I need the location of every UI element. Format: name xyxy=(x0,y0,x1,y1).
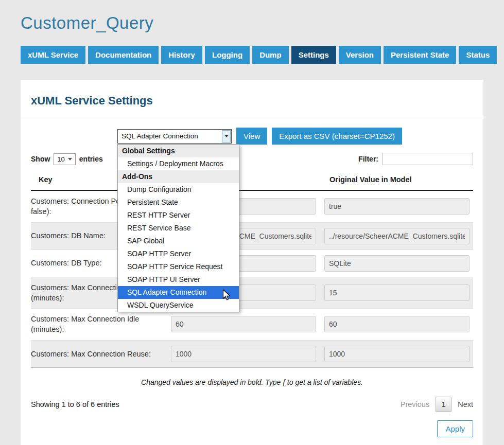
tab-settings[interactable]: Settings xyxy=(291,46,336,64)
page-size-value: 10 xyxy=(57,155,64,163)
filter-label: Filter: xyxy=(358,155,378,163)
settings-category-combo-wrap: SQL Adapter Connection Global Settings S… xyxy=(117,129,232,144)
column-header-original-value: Original Value in Model xyxy=(324,170,473,190)
table-header-row: Key Value Original Value in Model xyxy=(31,170,473,190)
page-length-control: Show 10 entries xyxy=(31,153,103,165)
setting-value-input[interactable] xyxy=(171,346,316,362)
tab-dump[interactable]: Dump xyxy=(252,46,289,64)
tab-persistent-state[interactable]: Persistent State xyxy=(384,46,456,64)
tab-history[interactable]: History xyxy=(161,46,202,64)
dropdown-item-soap-http-ui-server[interactable]: SOAP HTTP UI Server xyxy=(118,273,239,286)
settings-table: Key Value Original Value in Model Custom… xyxy=(31,170,473,368)
chevron-down-icon xyxy=(68,158,72,161)
settings-panel: xUML Service Settings SQL Adapter Connec… xyxy=(21,80,483,445)
mouse-cursor xyxy=(222,289,232,304)
tab-xuml-service[interactable]: xUML Service xyxy=(21,46,85,64)
apply-button[interactable]: Apply xyxy=(437,420,473,437)
previous-page-button[interactable]: Previous xyxy=(401,400,429,408)
tab-status[interactable]: Status xyxy=(459,46,497,64)
table-footer: Showing 1 to 6 of 6 entries Previous 1 N… xyxy=(31,397,473,412)
export-csv-button[interactable]: Export as CSV (charset=CP1252) xyxy=(272,128,402,145)
setting-original-input xyxy=(324,284,470,301)
dropdown-group-global-settings: Global Settings xyxy=(118,145,239,157)
tab-logging[interactable]: Logging xyxy=(205,46,250,64)
dropdown-item-sap-global[interactable]: SAP Global xyxy=(118,235,239,247)
filter-input[interactable] xyxy=(383,153,473,165)
setting-value-input[interactable] xyxy=(171,316,316,332)
settings-controls: SQL Adapter Connection Global Settings S… xyxy=(117,128,473,145)
table-row: Customers: Connection Pooling (true/​fal… xyxy=(31,190,473,222)
list-controls: Show 10 entries Filter: xyxy=(31,153,473,165)
setting-original-input xyxy=(324,316,470,332)
show-label: Show xyxy=(31,155,50,163)
page-title: Customer_Query xyxy=(21,13,483,33)
tab-bar: xUML Service Documentation History Loggi… xyxy=(21,46,483,64)
filter-control: Filter: xyxy=(358,153,473,165)
table-row: Customers: Max Connection Age (minutes): xyxy=(31,277,473,309)
setting-key: Customers: Max Connection Reuse: xyxy=(31,340,169,367)
settings-category-select[interactable]: SQL Adapter Connection xyxy=(117,129,232,144)
tab-documentation[interactable]: Documentation xyxy=(88,46,159,64)
pagination: Previous 1 Next xyxy=(401,397,473,412)
page: Customer_Query xUML Service Documentatio… xyxy=(0,0,504,445)
dropdown-item-sql-adapter-connection[interactable]: SQL Adapter Connection xyxy=(118,286,239,299)
dropdown-item-dump-configuration[interactable]: Dump Configuration xyxy=(118,183,239,196)
setting-original-input xyxy=(324,255,470,272)
changed-values-note: Changed values are displayed in bold. Ty… xyxy=(31,378,473,386)
view-button[interactable]: View xyxy=(236,128,267,145)
dropdown-item-rest-service-base[interactable]: REST Service Base xyxy=(118,222,239,235)
setting-key: Customers: Max Connection Idle (minutes)… xyxy=(31,309,169,341)
entries-info: Showing 1 to 6 of 6 entries xyxy=(31,400,119,408)
page-size-select[interactable]: 10 xyxy=(54,153,75,165)
dropdown-item-settings-deployment-macros[interactable]: Settings / Deployment Macros xyxy=(118,157,239,170)
dropdown-item-wsdl-queryservice[interactable]: WSDL QueryService xyxy=(118,299,239,312)
divider xyxy=(21,117,483,117)
panel-heading: xUML Service Settings xyxy=(31,91,473,117)
table-row: Customers: DB Type: xyxy=(31,250,473,277)
dropdown-group-add-ons: Add-Ons xyxy=(118,170,239,183)
table-row: Customers: Max Connection Reuse: xyxy=(31,340,473,367)
settings-category-value: SQL Adapter Connection xyxy=(121,132,198,140)
page-number-button[interactable]: 1 xyxy=(436,397,451,412)
setting-original-input xyxy=(324,346,470,362)
apply-row: Apply xyxy=(31,420,473,437)
dropdown-item-rest-http-server[interactable]: REST HTTP Server xyxy=(118,209,239,222)
settings-category-dropdown: Global Settings Settings / Deployment Ma… xyxy=(117,144,239,312)
dropdown-item-soap-http-server[interactable]: SOAP HTTP Server xyxy=(118,247,239,260)
dropdown-item-soap-http-service-request[interactable]: SOAP HTTP Service Request xyxy=(118,260,239,273)
chevron-down-icon[interactable] xyxy=(222,130,231,143)
next-page-button[interactable]: Next xyxy=(458,400,473,408)
table-row: Customers: Max Connection Idle (minutes)… xyxy=(31,309,473,341)
entries-label: entries xyxy=(79,155,103,163)
dropdown-item-persistent-state[interactable]: Persistent State xyxy=(118,196,239,209)
table-row: Customers: DB Name: xyxy=(31,222,473,250)
setting-original-input xyxy=(324,198,470,215)
setting-original-input xyxy=(324,228,470,244)
tab-version[interactable]: Version xyxy=(339,46,381,64)
